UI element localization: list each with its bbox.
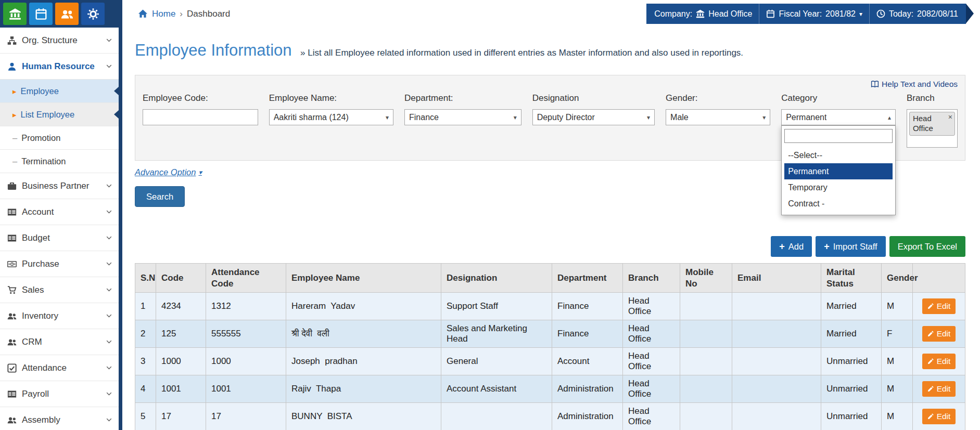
sidebar-item-label: Account [22,207,54,217]
pencil-icon [927,303,934,309]
sidebar-subitem-termination[interactable]: –Termination [0,150,119,173]
sidebar-item-assembly[interactable]: Assembly [0,407,119,430]
employee-table-body: 142341312Hareram YadavSupport StaffFinan… [135,292,965,430]
table-cell [732,402,821,430]
department-select[interactable]: Finance ▾ [404,109,521,125]
export-excel-label: Export To Excel [898,242,957,252]
settings-shortcut-button[interactable] [81,3,105,25]
sidebar-subitem-list-employee[interactable]: ▸List Employee [0,103,119,126]
caret-down-icon: ▾ [514,114,517,121]
column-header: Code [156,264,206,293]
sidebar-item-label: Budget [22,233,50,243]
table-cell: 1001 [206,375,286,402]
help-link[interactable]: Help Text and Videos [871,80,958,89]
table-cell: श्री देवी वली [286,320,441,347]
edit-button[interactable]: Edit [922,409,956,424]
calendar-shortcut-button[interactable] [29,3,53,25]
table-cell: General [441,347,552,375]
fiscal-year-label: Fiscal Year: [779,9,822,19]
sidebar-item-org-structure[interactable]: Org. Structure [0,28,119,54]
table-cell: 1000 [156,347,206,375]
table-cell [680,320,732,347]
bank-shortcut-button[interactable] [3,3,27,25]
today-info: Today: 2082/08/11 [869,4,965,24]
category-option[interactable]: --Select-- [784,147,893,163]
sidebar-item-attendance[interactable]: Attendance [0,355,119,381]
edit-button[interactable]: Edit [922,326,956,342]
category-option[interactable]: Temporary [784,179,893,196]
edit-button[interactable]: Edit [922,354,956,369]
edit-button[interactable]: Edit [922,298,956,314]
users-icon [61,8,73,20]
gender-label: Gender: [666,93,770,103]
table-cell: 3 [135,347,156,375]
sidebar-item-label: CRM [22,337,42,347]
table-cell: 125 [156,320,206,347]
branch-multiselect[interactable]: × Head Office [907,109,958,148]
sidebar-item-crm[interactable]: CRM [0,329,119,355]
category-options: --Select--PermanentTemporaryContract - [784,147,893,212]
employee-name-select[interactable]: Aakriti sharma (124) ▾ [269,109,393,125]
table-actions: + Add + Import Staff Export To Excel [135,236,965,257]
table-cell: Sales and Marketing Head [441,320,552,347]
table-cell: Finance [552,292,623,320]
company-value: Head Office [708,9,752,19]
department-value: Finance [409,113,439,122]
category-search-input[interactable] [784,129,893,143]
table-cell [732,292,821,320]
table-icon [7,389,17,399]
caret-up-icon: ▴ [888,114,891,121]
calendar-icon [35,8,47,20]
chevron-down-icon [106,209,112,215]
employee-name-label: Employee Name: [269,93,393,103]
advance-option-link[interactable]: Advance Option ▾ [135,167,202,177]
check-square-icon [7,363,17,373]
fiscal-year-info[interactable]: Fiscal Year: 2081/82 ▾ [759,4,869,24]
table-cell: Joseph pradhan [286,347,441,375]
column-header: Department [552,264,623,293]
table-cell: 1001 [156,375,206,402]
sidebar-item-sales[interactable]: Sales [0,277,119,303]
column-header: Designation [441,264,552,293]
sidebar-item-business-partner[interactable]: Business Partner [0,173,119,199]
breadcrumb-current: Dashboard [187,9,230,19]
export-to-excel-button[interactable]: Export To Excel [889,236,965,257]
sidebar-item-purchase[interactable]: Purchase [0,251,119,277]
edit-button[interactable]: Edit [922,381,956,397]
category-select[interactable]: Permanent ▴ [781,109,896,125]
sidebar-item-budget[interactable]: Budget [0,225,119,251]
sidebar-item-human-resource[interactable]: Human Resource [0,54,119,80]
branch-tag-label: Head Office [913,114,933,133]
sidebar-item-inventory[interactable]: Inventory [0,303,119,329]
briefcase-icon [7,181,17,191]
employee-name-value: Aakriti sharma (124) [274,113,349,122]
category-option[interactable]: Permanent [784,163,893,179]
category-option[interactable]: Contract - [784,196,893,212]
table-cell: Administration [552,402,623,430]
remove-tag-icon[interactable]: × [948,113,952,122]
import-staff-button[interactable]: + Import Staff [816,236,886,257]
breadcrumb-separator: › [180,9,183,19]
sidebar-item-account[interactable]: Account [0,199,119,225]
edit-cell: Edit [913,347,965,375]
filter-gender: Gender: Male ▾ [666,93,770,125]
gender-select[interactable]: Male ▾ [666,109,770,125]
sidebar-subitem-promotion[interactable]: –Promotion [0,126,119,150]
table-row: 2125555555श्री देवी वलीSales and Marketi… [135,320,965,347]
sidebar-subitem-employee[interactable]: ▸Employee [0,80,119,103]
designation-label: Designation [532,93,655,103]
caret-down-icon: ▾ [386,114,389,121]
search-button[interactable]: Search [135,186,185,207]
add-button[interactable]: + Add [771,236,812,257]
designation-select[interactable]: Deputy Director ▾ [532,109,655,125]
sidebar-item-payroll[interactable]: Payroll [0,381,119,407]
breadcrumb-home-link[interactable]: Home [152,9,175,19]
sidebar-item-label: Sales [22,285,44,295]
company-info[interactable]: Company: Head Office [647,4,759,24]
edit-button-label: Edit [937,329,951,338]
table-cell: Married [821,320,882,347]
users-shortcut-button[interactable] [55,3,79,25]
column-header: Mobile No [680,264,732,293]
employee-code-input[interactable] [143,109,258,125]
sidebar-subitem-label: Termination [21,157,66,166]
